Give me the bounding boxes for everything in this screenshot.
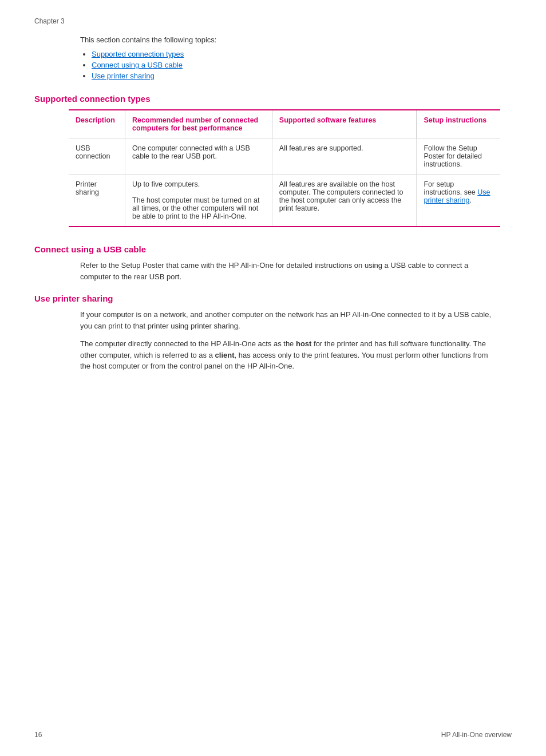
cell-features-usb: All features are supported. (272, 138, 417, 175)
sharing-para2-host: host (296, 339, 311, 348)
list-item: Supported connection types (92, 50, 512, 58)
footer: 16 HP All-in-One overview (0, 731, 546, 739)
topic-links-list: Supported connection types Connect using… (92, 50, 512, 80)
sharing-para2-before-host: The computer directly connected to the H… (80, 339, 296, 348)
sharing-para2-client: client (215, 351, 235, 359)
footer-page-number: 16 (34, 731, 42, 739)
cell-setup-sharing: For setup instructions, see Use printer … (417, 175, 500, 227)
intro-text: This section contains the following topi… (80, 35, 512, 44)
sharing-section-body: If your computer is on a network, and an… (80, 309, 500, 372)
recommended-sharing-detail: The host computer must be turned on at a… (132, 196, 259, 220)
sharing-para2: The computer directly connected to the H… (80, 338, 500, 372)
list-item: Connect using a USB cable (92, 61, 512, 69)
section-heading-usb: Connect using a USB cable (34, 244, 512, 254)
list-item: Use printer sharing (92, 72, 512, 80)
footer-section-label: HP All-in-One overview (441, 731, 512, 739)
table-row: USB connection One computer connected wi… (69, 138, 500, 175)
section-heading-supported: Supported connection types (34, 94, 512, 104)
chapter-label: Chapter 3 (34, 17, 512, 25)
link-supported-connection-types[interactable]: Supported connection types (92, 50, 184, 58)
cell-setup-usb: Follow the Setup Poster for detailed ins… (417, 138, 500, 175)
sharing-para1: If your computer is on a network, and an… (80, 309, 500, 331)
recommended-sharing-text: Up to five computers. (132, 180, 200, 188)
cell-description-usb: USB connection (69, 138, 125, 175)
usb-body-text: Refer to the Setup Poster that came with… (80, 260, 500, 282)
setup-sharing-prefix: For setup instructions, see (424, 180, 477, 196)
col-header-setup: Setup instructions (417, 110, 500, 138)
section-heading-sharing: Use printer sharing (34, 294, 512, 303)
link-use-printer-sharing[interactable]: Use printer sharing (92, 72, 155, 80)
table-row: Printer sharing Up to five computers. Th… (69, 175, 500, 227)
table-header-row: Description Recommended number of connec… (69, 110, 500, 138)
setup-sharing-suffix: . (469, 196, 471, 204)
cell-features-sharing: All features are available on the host c… (272, 175, 417, 227)
connection-types-table-container: Description Recommended number of connec… (69, 109, 500, 227)
cell-recommended-sharing: Up to five computers. The host computer … (125, 175, 272, 227)
connection-types-table: Description Recommended number of connec… (69, 109, 500, 227)
link-connect-usb[interactable]: Connect using a USB cable (92, 61, 183, 69)
cell-recommended-usb: One computer connected with a USB cable … (125, 138, 272, 175)
col-header-description: Description (69, 110, 125, 138)
usb-section-body: Refer to the Setup Poster that came with… (80, 260, 500, 282)
cell-description-sharing: Printer sharing (69, 175, 125, 227)
col-header-recommended: Recommended number of connected computer… (125, 110, 272, 138)
col-header-features: Supported software features (272, 110, 417, 138)
